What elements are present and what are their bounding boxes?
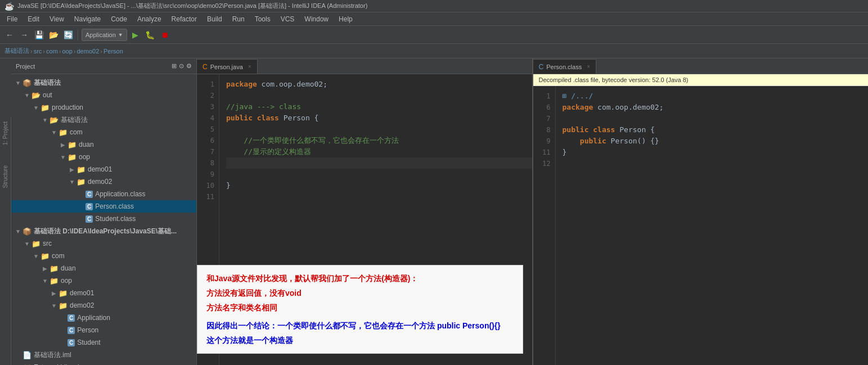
tree-item-out[interactable]: ▼📂out [11,89,196,101]
line-number: 2 [197,90,214,101]
tree-item-student-class[interactable]: CStudent.class [11,213,196,225]
tree-item-com[interactable]: ▼📁com [11,126,196,138]
tree-node-icon: 📦 [23,79,32,87]
tree-node-label: Application.class [95,190,145,198]
back-btn[interactable]: ← [3,29,16,41]
tree-item-app-class[interactable]: CApplication.class [11,188,196,200]
right-editor: C Person.class × Decompiled .class file,… [533,58,869,365]
menu-item-refactor[interactable]: Refactor [167,14,201,24]
tree-item-ext-libs[interactable]: ▶📁External Libraries [11,361,196,365]
project-tab[interactable]: 1: Project [1,117,10,150]
tree-node-label: com [70,128,83,136]
breadcrumb-item-oop[interactable]: oop [62,48,72,55]
tree-node-icon: 📁 [68,141,77,149]
code-line: public Person() {} [563,136,869,147]
breadcrumb-item-Person[interactable]: Person [104,48,123,55]
token: com.oop.demo02; [593,103,663,111]
breadcrumb-item-demo02[interactable]: demo02 [77,48,100,55]
tree-item-demo02[interactable]: ▼📁demo02 [11,175,196,188]
token: ---> [257,102,275,111]
fold-icon[interactable]: ⊞ /.../ [563,92,598,100]
tree-item-root[interactable]: ▼📦基础语法 [11,76,196,89]
tree-node-icon: 📁 [59,289,68,298]
code-lines-right[interactable]: ⊞ /.../ package com.oop.demo02;public cl… [556,86,869,365]
tree-item-jichufa2[interactable]: ▼📦基础语法 D:\IDEA\IdeaProjects\JavaSE\基础... [11,225,196,237]
menu-item-run[interactable]: Run [228,14,249,24]
person-java-tab[interactable]: C Person.java × [197,59,258,74]
breadcrumb-sep-2: › [43,48,45,55]
line-numbers-right: 167891112 [533,86,556,365]
settings-btn[interactable]: ⚙ [186,62,192,70]
tree-item-production[interactable]: ▼📁production [11,101,196,114]
tree-item-person[interactable]: CPerson [11,324,196,336]
menu-item-code[interactable]: Code [106,14,132,24]
tree-item-com2[interactable]: ▼📁com [11,250,196,262]
tree-arrow: ▼ [50,303,59,309]
tree-item-src[interactable]: ▼📁src [11,237,196,250]
menu-item-navigate[interactable]: Navigate [70,14,105,24]
tree-item-duan2[interactable]: ▶📁duan [11,262,196,274]
right-editor-content[interactable]: 167891112 ⊞ /.../ package com.oop.demo02… [533,86,869,365]
tab-close-btn[interactable]: × [248,64,251,70]
tree-node-icon: C [86,191,93,198]
save-btn[interactable]: 💾 [33,29,45,41]
open-btn[interactable]: 📂 [47,29,60,41]
tree-node-icon: 📁 [41,252,50,260]
tree-item-jichufa[interactable]: ▼📂基础语法 [11,114,196,126]
tab-close-btn-right[interactable]: × [587,64,590,70]
locate-file-btn[interactable]: ⊙ [179,62,184,70]
debug-btn[interactable]: 🐛 [144,29,156,41]
line-number: 4 [197,112,214,124]
run-btn[interactable]: ▶ [129,29,142,41]
tree-node-label: demo01 [70,289,94,297]
tree-item-person-class[interactable]: CPerson.class [11,200,196,213]
stop-btn[interactable]: ⏹ [159,29,171,41]
breadcrumb-item-src[interactable]: src [34,48,42,55]
tree-arrow: ▼ [14,228,23,235]
forward-btn[interactable]: → [18,29,30,41]
menu-item-vcs[interactable]: VCS [276,14,299,24]
run-config-arrow: ▼ [118,32,123,38]
token [253,114,257,122]
menu-item-help[interactable]: Help [334,14,357,24]
menu-bar: FileEditViewNavigateCodeAnalyzeRefactorB… [0,12,868,26]
line-number: 11 [533,147,551,158]
tree-arrow: ▼ [68,179,77,185]
tree-node-label: com [52,252,65,260]
tree-item-application[interactable]: CApplication [11,312,196,324]
person-class-tab[interactable]: C Person.class × [533,59,597,74]
tree-item-oop2[interactable]: ▼📁oop [11,274,196,287]
menu-item-edit[interactable]: Edit [23,14,44,24]
run-configuration[interactable]: Application▼ [82,29,127,41]
menu-item-file[interactable]: File [2,14,22,24]
tree-item-demo012[interactable]: ▶📁demo01 [11,287,196,299]
line-number: 6 [197,135,214,146]
tree-arrow: ▼ [41,278,50,284]
tree-node-icon: 📁 [50,264,59,273]
tab-label: Person.java [210,64,243,70]
menu-item-view[interactable]: View [45,14,69,24]
tree-item-oop[interactable]: ▼📁oop [11,151,196,163]
menu-item-tools[interactable]: Tools [250,14,275,24]
breadcrumb-item-基础语法[interactable]: 基础语法 [5,47,29,55]
tree-node-icon: 📁 [77,178,86,186]
tree-item-demo01[interactable]: ▶📁demo01 [11,163,196,175]
menu-item-analyze[interactable]: Analyze [133,14,166,24]
line-number: 5 [197,124,214,135]
tree-node-label: oop [79,153,90,161]
structure-tab[interactable]: Structure [1,161,10,193]
menu-item-window[interactable]: Window [300,14,333,24]
sidebar-header: Project ⊞ ⊙ ⚙ [11,58,196,74]
code-line [226,124,532,135]
code-line: ⊞ /.../ [563,91,869,102]
tree-item-student[interactable]: CStudent [11,336,196,349]
tree-item-iml[interactable]: 📄基础语法.iml [11,349,196,361]
tree-item-duan[interactable]: ▶📁duan [11,138,196,151]
tree-node-icon: 📁 [23,363,32,366]
tree-item-demo022[interactable]: ▼📁demo02 [11,299,196,312]
collapse-all-btn[interactable]: ⊞ [172,62,177,70]
menu-item-build[interactable]: Build [203,14,227,24]
line-number: 8 [197,157,214,169]
breadcrumb-item-com[interactable]: com [46,48,58,55]
sync-btn[interactable]: 🔄 [62,29,74,41]
